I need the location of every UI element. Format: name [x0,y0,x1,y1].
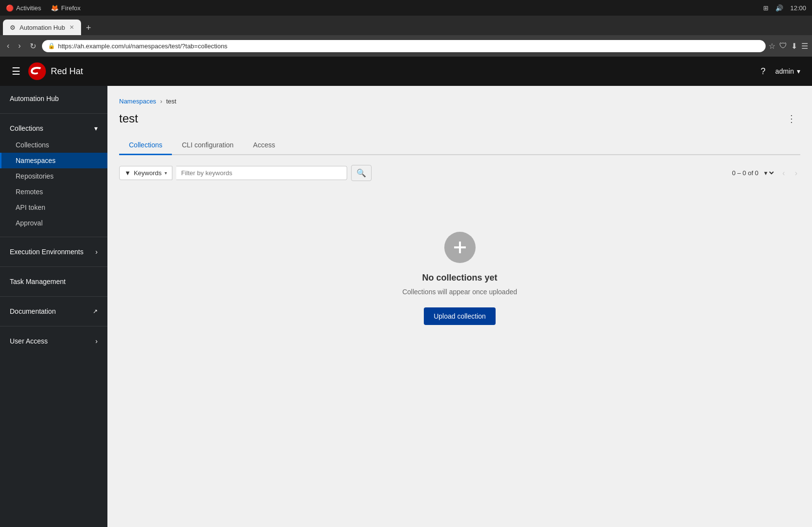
sidebar-divider-4 [0,296,107,297]
sidebar-task-management-header[interactable]: Task Management [0,273,107,290]
sidebar-item-repositories[interactable]: Repositories [0,168,107,184]
sidebar-automation-hub-header[interactable]: Automation Hub [0,90,107,107]
sidebar-item-remotes[interactable]: Remotes [0,184,107,200]
upload-collection-button[interactable]: Upload collection [424,307,496,325]
sidebar-section-execution-environments: Execution Environments › [0,239,107,264]
filter-keyword-label: Keywords [134,169,162,177]
sidebar-task-management-label: Task Management [10,278,65,285]
user-name: admin [775,67,794,75]
pagination-info: 0 – 0 of 0 ▾ ‹ › [732,168,800,179]
browser-chrome: ⚙ Automation Hub ✕ + ‹ › ↻ 🔒 https://ah.… [0,16,812,57]
breadcrumb-current: test [166,98,176,105]
sidebar-divider-3 [0,266,107,267]
tab-collections[interactable]: Collections [119,136,172,155]
tab-access[interactable]: Access [243,136,285,155]
shield-button[interactable]: 🛡 [779,41,787,50]
sidebar-section-user-access: User Access › [0,328,107,354]
main-layout: Automation Hub Collections ▾ Collections… [0,86,812,527]
sidebar-collections-label: Collections [10,124,43,132]
system-tray-sound: 🔊 [775,4,783,12]
firefox-label: Firefox [61,4,81,12]
sidebar-approval-text: Approval [16,219,42,227]
activities-item[interactable]: 🔴 Activities [6,4,41,12]
activities-icon: 🔴 [6,4,14,12]
search-button[interactable]: 🔍 [351,165,372,181]
sidebar-item-collections[interactable]: Collections [0,137,107,153]
download-button[interactable]: ⬇ [791,41,797,51]
empty-state-title: No collections yet [422,273,497,283]
pagination-prev-button[interactable]: ‹ [779,168,788,179]
tab-close-button[interactable]: ✕ [69,24,74,31]
app-header: ☰ Red Hat ? admin ▾ [0,57,812,86]
sidebar-user-access-chevron: › [95,337,98,345]
page-content: Namespaces › test test ⋮ Collections CLI… [107,86,812,527]
os-bar: 🔴 Activities 🦊 Firefox ⊞ 🔊 12:00 [0,0,812,16]
system-tray-network: ⊞ [763,4,769,12]
breadcrumb: Namespaces › test [119,98,800,105]
sidebar-collections-header[interactable]: Collections ▾ [0,120,107,137]
user-menu[interactable]: admin ▾ [775,67,800,75]
sidebar-section-task-management: Task Management [0,269,107,294]
system-tray-time: 12:00 [790,4,806,12]
breadcrumb-separator: › [160,98,162,105]
empty-state-icon [444,232,476,263]
sidebar: Automation Hub Collections ▾ Collections… [0,86,107,527]
sidebar-api-token-text: API token [16,203,45,211]
pagination-range: 0 – 0 of 0 [732,169,758,177]
help-button[interactable]: ? [761,66,766,77]
forward-button[interactable]: › [15,40,23,52]
bookmark-button[interactable]: ☆ [769,41,775,51]
pagination-next-button[interactable]: › [792,168,800,179]
empty-state: No collections yet Collections will appe… [119,193,800,364]
new-tab-button[interactable]: + [82,21,95,35]
empty-state-description: Collections will appear once uploaded [402,288,517,296]
search-icon: 🔍 [356,169,366,177]
breadcrumb-namespaces-link[interactable]: Namespaces [119,98,156,105]
sidebar-exec-env-header[interactable]: Execution Environments › [0,243,107,261]
browser-nav-bar: ‹ › ↻ 🔒 https://ah.example.com/ui/namesp… [0,35,812,57]
sidebar-divider-2 [0,237,107,237]
back-button[interactable]: ‹ [4,40,12,52]
browser-tab-active[interactable]: ⚙ Automation Hub ✕ [3,20,81,35]
sidebar-automation-hub-label: Automation Hub [10,95,59,102]
sidebar-divider-5 [0,326,107,326]
filter-bar: ▼ Keywords ▾ 🔍 0 – 0 of 0 ▾ ‹ › [119,165,800,181]
address-bar[interactable]: 🔒 https://ah.example.com/ui/namespaces/t… [42,40,766,52]
user-dropdown-icon: ▾ [797,67,800,75]
tab-bar: ⚙ Automation Hub ✕ + [0,16,812,35]
filter-keyword-input[interactable] [176,166,347,180]
more-options-button[interactable]: ⋮ [783,111,800,126]
sidebar-user-access-label: User Access [10,337,48,345]
sidebar-item-api-token[interactable]: API token [0,200,107,215]
sidebar-item-approval[interactable]: Approval [0,215,107,231]
sidebar-exec-env-chevron: › [95,248,98,256]
activities-label: Activities [16,4,41,12]
os-bar-right: ⊞ 🔊 12:00 [763,4,806,12]
lock-icon: 🔒 [48,42,55,49]
app: ☰ Red Hat ? admin ▾ Automation Hub [0,57,812,527]
menu-button[interactable]: ☰ [801,41,808,51]
sidebar-repositories-text: Repositories [16,172,54,180]
sidebar-toggle-button[interactable]: ☰ [12,65,21,77]
sidebar-documentation-header[interactable]: Documentation ↗ [0,303,107,320]
pagination-per-page-select[interactable]: ▾ [762,169,775,177]
redhat-logo [28,62,46,80]
sidebar-documentation-label: Documentation [10,307,56,315]
sidebar-remotes-text: Remotes [16,188,43,196]
sidebar-collections-chevron: ▾ [94,124,98,132]
sidebar-user-access-header[interactable]: User Access › [0,332,107,350]
filter-keyword-select[interactable]: ▼ Keywords ▾ [119,166,172,180]
page-title: test [119,112,138,125]
tab-title: Automation Hub [20,24,65,31]
url-text: https://ah.example.com/ui/namespaces/tes… [58,42,228,50]
sidebar-section-collections: Collections ▾ Collections Namespaces Rep… [0,116,107,235]
plus-icon [452,240,468,255]
page-title-row: test ⋮ [119,111,800,126]
sidebar-namespaces-text: Namespaces [16,157,56,164]
sidebar-collections-text: Collections [16,141,49,149]
reload-button[interactable]: ↻ [27,40,39,53]
sidebar-divider-1 [0,113,107,114]
sidebar-item-namespaces[interactable]: Namespaces [0,153,107,168]
tab-cli-configuration[interactable]: CLI configuration [172,136,243,155]
firefox-item[interactable]: 🦊 Firefox [51,4,81,12]
